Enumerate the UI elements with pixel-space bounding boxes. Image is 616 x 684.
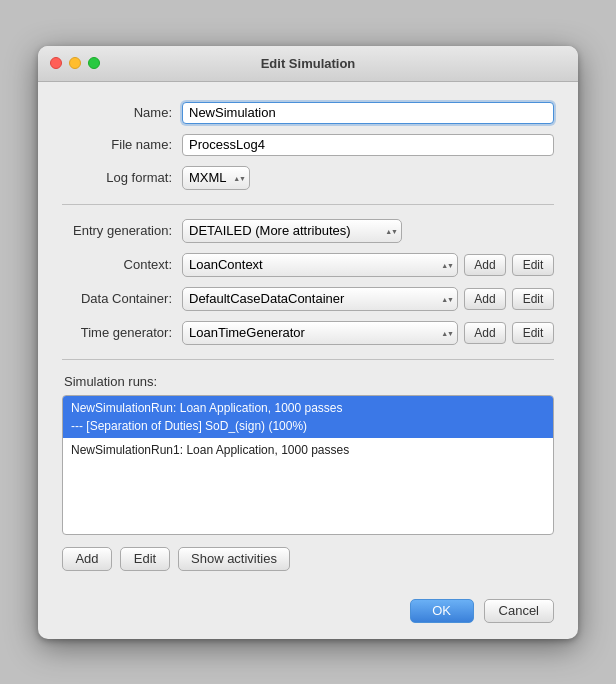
edit-simulation-run-button[interactable]: Edit [120,547,170,571]
form-content: Name: File name: Log format: MXML XES CS… [38,82,578,589]
bottom-action-buttons: Add Edit Show activities [62,547,554,571]
filename-input[interactable] [182,134,554,156]
logformat-row: Log format: MXML XES CSV [62,166,554,190]
data-container-add-button[interactable]: Add [464,288,506,310]
entry-generation-label: Entry generation: [62,223,182,238]
context-row: Context: LoanContext Add Edit [62,253,554,277]
cancel-button[interactable]: Cancel [484,599,554,623]
traffic-lights [50,57,100,69]
titlebar: Edit Simulation [38,46,578,82]
dialog-action-buttons: OK Cancel [38,589,578,639]
name-row: Name: [62,102,554,124]
simulation-list-item[interactable]: NewSimulationRun: Loan Application, 1000… [63,396,553,438]
minimize-button[interactable] [69,57,81,69]
time-generator-select[interactable]: LoanTimeGenerator [182,321,458,345]
time-generator-row: Time generator: LoanTimeGenerator Add Ed… [62,321,554,345]
filename-label: File name: [62,137,182,152]
window-title: Edit Simulation [261,56,356,71]
context-add-button[interactable]: Add [464,254,506,276]
time-generator-select-wrapper: LoanTimeGenerator [182,321,458,345]
maximize-button[interactable] [88,57,100,69]
logformat-select[interactable]: MXML XES CSV [182,166,250,190]
data-container-select-wrapper: DefaultCaseDataContainer [182,287,458,311]
edit-simulation-dialog: Edit Simulation Name: File name: Log for… [38,46,578,639]
simulation-list-item[interactable]: NewSimulationRun1: Loan Application, 100… [63,438,553,462]
filename-row: File name: [62,134,554,156]
simulation-item-0-line2: --- [Separation of Duties] SoD_(sign) (1… [71,419,307,433]
data-container-row: Data Container: DefaultCaseDataContainer… [62,287,554,311]
time-generator-edit-button[interactable]: Edit [512,322,554,344]
context-select[interactable]: LoanContext [182,253,458,277]
logformat-select-wrapper: MXML XES CSV [182,166,250,190]
simulation-runs-label: Simulation runs: [62,374,554,389]
time-generator-add-button[interactable]: Add [464,322,506,344]
simulation-item-0-line1: NewSimulationRun: Loan Application, 1000… [71,401,343,415]
simulation-runs-list[interactable]: NewSimulationRun: Loan Application, 1000… [62,395,554,535]
name-input[interactable] [182,102,554,124]
data-container-edit-button[interactable]: Edit [512,288,554,310]
time-generator-label: Time generator: [62,325,182,340]
divider-2 [62,359,554,360]
entry-generation-select-wrapper: DETAILED (More attributes) SIMPLE FULL [182,219,402,243]
entry-generation-row: Entry generation: DETAILED (More attribu… [62,219,554,243]
simulation-item-1-line1: NewSimulationRun1: Loan Application, 100… [71,443,349,457]
context-label: Context: [62,257,182,272]
ok-button[interactable]: OK [410,599,474,623]
logformat-label: Log format: [62,170,182,185]
divider-1 [62,204,554,205]
context-edit-button[interactable]: Edit [512,254,554,276]
data-container-label: Data Container: [62,291,182,306]
name-label: Name: [62,105,182,120]
entry-generation-select[interactable]: DETAILED (More attributes) SIMPLE FULL [182,219,402,243]
show-activities-button[interactable]: Show activities [178,547,290,571]
add-simulation-run-button[interactable]: Add [62,547,112,571]
close-button[interactable] [50,57,62,69]
data-container-select[interactable]: DefaultCaseDataContainer [182,287,458,311]
context-select-wrapper: LoanContext [182,253,458,277]
